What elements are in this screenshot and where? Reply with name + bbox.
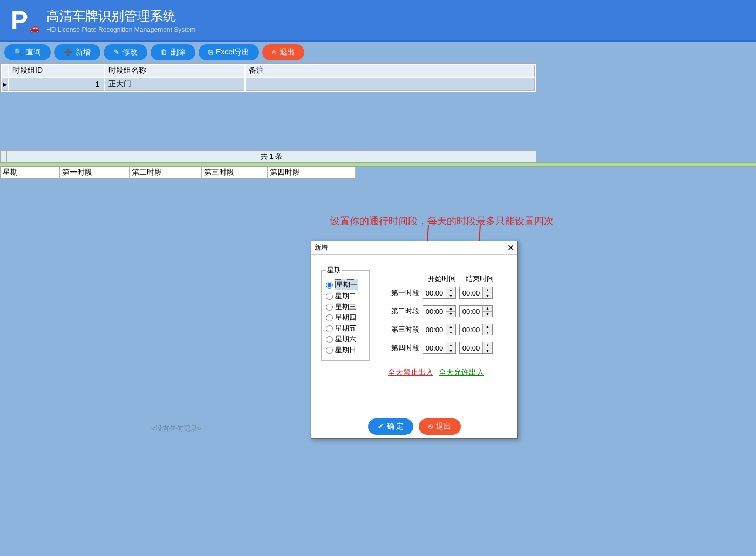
sched-col-p4[interactable]: 第四时段 bbox=[268, 167, 356, 178]
exit-button[interactable]: ⎋退出 bbox=[262, 44, 304, 60]
down-icon[interactable]: ▼ bbox=[483, 312, 492, 317]
up-icon[interactable]: ▲ bbox=[483, 287, 492, 293]
up-icon[interactable]: ▲ bbox=[446, 287, 455, 293]
dialog-exit-button[interactable]: ⎋退出 bbox=[419, 418, 461, 435]
weekday-legend: 星期 bbox=[326, 265, 342, 275]
toolbar: 🔍查询 ➕新增 ✎修改 🗑删除 ⎘Excel导出 ⎋退出 bbox=[0, 42, 756, 63]
edit-icon: ✎ bbox=[113, 48, 119, 56]
up-icon[interactable]: ▲ bbox=[483, 342, 492, 348]
close-icon[interactable]: ✕ bbox=[507, 243, 514, 253]
check-icon: ✔ bbox=[378, 422, 384, 430]
add-dialog: 新增 ✕ 星期 星期一 星期二 星期三 星期四 星期五 星期六 星期日 开始时间… bbox=[311, 241, 518, 439]
edit-button[interactable]: ✎修改 bbox=[104, 44, 147, 60]
down-icon[interactable]: ▼ bbox=[483, 293, 492, 299]
weekday-sat[interactable]: 星期六 bbox=[326, 334, 365, 344]
cell-note bbox=[246, 78, 535, 91]
annotation-text: 设置你的通行时间段，每天的时段最多只能设置四次 bbox=[330, 215, 554, 228]
end-time-label: 结束时间 bbox=[461, 274, 498, 284]
up-icon[interactable]: ▲ bbox=[446, 342, 455, 348]
weekday-wed[interactable]: 星期三 bbox=[326, 302, 365, 312]
divider bbox=[0, 162, 756, 167]
period-row-3: 第三时段 ▲▼ ▲▼ bbox=[384, 324, 498, 335]
weekday-mon[interactable]: 星期一 bbox=[326, 279, 365, 290]
trash-icon: 🗑 bbox=[160, 48, 167, 56]
col-note-header[interactable]: 备注 bbox=[246, 65, 535, 77]
delete-button[interactable]: 🗑删除 bbox=[151, 44, 195, 60]
p3-end-input[interactable]: ▲▼ bbox=[459, 324, 493, 335]
logo-p-icon: P bbox=[11, 8, 28, 33]
forbid-all-link[interactable]: 全天禁止出入 bbox=[388, 368, 433, 377]
sched-col-p1[interactable]: 第一时段 bbox=[60, 167, 130, 178]
app-title: 高清车牌识别管理系统 bbox=[46, 8, 195, 25]
excel-icon: ⎘ bbox=[208, 48, 213, 56]
weekday-sun[interactable]: 星期日 bbox=[326, 345, 365, 355]
sched-col-p3[interactable]: 第三时段 bbox=[202, 167, 268, 178]
down-icon[interactable]: ▼ bbox=[446, 293, 455, 299]
count-label: 共 1 条 bbox=[7, 152, 536, 161]
allow-all-link[interactable]: 全天允许出入 bbox=[439, 368, 484, 377]
exit-icon: ⎋ bbox=[272, 48, 276, 56]
plus-icon: ➕ bbox=[64, 48, 72, 56]
exit-icon: ⎋ bbox=[428, 422, 433, 430]
no-record-label: <没有任何记录> bbox=[151, 424, 201, 434]
p2-end-input[interactable]: ▲▼ bbox=[459, 305, 493, 317]
p4-start-input[interactable]: ▲▼ bbox=[423, 342, 456, 354]
add-button[interactable]: ➕新增 bbox=[54, 44, 100, 60]
schedule-header: 星期 第一时段 第二时段 第三时段 第四时段 bbox=[0, 167, 356, 179]
p4-end-input[interactable]: ▲▼ bbox=[459, 342, 493, 354]
period-row-2: 第二时段 ▲▼ ▲▼ bbox=[384, 305, 498, 317]
p1-end-input[interactable]: ▲▼ bbox=[459, 287, 493, 299]
dialog-title: 新增 bbox=[315, 243, 328, 252]
down-icon[interactable]: ▼ bbox=[446, 330, 455, 335]
p1-start-input[interactable]: ▲▼ bbox=[423, 287, 456, 299]
down-icon[interactable]: ▼ bbox=[446, 312, 455, 317]
dialog-titlebar[interactable]: 新增 ✕ bbox=[311, 241, 517, 255]
sched-col-weekday[interactable]: 星期 bbox=[1, 167, 60, 178]
up-icon[interactable]: ▲ bbox=[483, 306, 492, 312]
cell-id: 1 bbox=[9, 78, 104, 91]
group-table: 时段组ID 时段组名称 备注 ▶ 1 正大门 bbox=[0, 63, 536, 92]
weekday-fri[interactable]: 星期五 bbox=[326, 324, 365, 333]
time-grid: 开始时间 结束时间 第一时段 ▲▼ ▲▼ 第二时段 ▲▼ ▲▼ 第三时段 ▲▼ … bbox=[384, 274, 498, 360]
dialog-footer: ✔确 定 ⎋退出 bbox=[311, 414, 517, 438]
up-icon[interactable]: ▲ bbox=[446, 324, 455, 330]
search-button[interactable]: 🔍查询 bbox=[4, 44, 51, 60]
down-icon[interactable]: ▼ bbox=[446, 348, 455, 354]
app-header: P 🚗 高清车牌识别管理系统 HD License Plate Recognit… bbox=[0, 0, 756, 42]
start-time-label: 开始时间 bbox=[423, 274, 461, 284]
search-icon: 🔍 bbox=[14, 48, 23, 56]
weekday-group: 星期 星期一 星期二 星期三 星期四 星期五 星期六 星期日 bbox=[321, 265, 370, 361]
down-icon[interactable]: ▼ bbox=[483, 330, 492, 335]
down-icon[interactable]: ▼ bbox=[483, 348, 492, 354]
up-icon[interactable]: ▲ bbox=[446, 306, 455, 312]
export-button[interactable]: ⎘Excel导出 bbox=[199, 44, 259, 60]
table-row[interactable]: ▶ 1 正大门 bbox=[2, 78, 535, 91]
sched-col-p2[interactable]: 第二时段 bbox=[130, 167, 202, 178]
cell-name: 正大门 bbox=[105, 78, 244, 91]
period-row-1: 第一时段 ▲▼ ▲▼ bbox=[384, 287, 498, 299]
app-subtitle: HD License Plate Recognition Management … bbox=[46, 26, 195, 33]
row-pointer-icon: ▶ bbox=[2, 78, 8, 91]
weekday-thu[interactable]: 星期四 bbox=[326, 313, 365, 322]
count-bar: 共 1 条 bbox=[0, 150, 536, 162]
p3-start-input[interactable]: ▲▼ bbox=[423, 324, 456, 335]
weekday-tue[interactable]: 星期二 bbox=[326, 291, 365, 301]
period-row-4: 第四时段 ▲▼ ▲▼ bbox=[384, 342, 498, 354]
col-name-header[interactable]: 时段组名称 bbox=[105, 65, 244, 77]
up-icon[interactable]: ▲ bbox=[483, 324, 492, 330]
car-icon: 🚗 bbox=[29, 23, 40, 33]
logo: P 🚗 高清车牌识别管理系统 HD License Plate Recognit… bbox=[11, 8, 195, 33]
ok-button[interactable]: ✔确 定 bbox=[368, 418, 414, 435]
p2-start-input[interactable]: ▲▼ bbox=[423, 305, 456, 317]
col-id-header[interactable]: 时段组ID bbox=[9, 65, 104, 77]
